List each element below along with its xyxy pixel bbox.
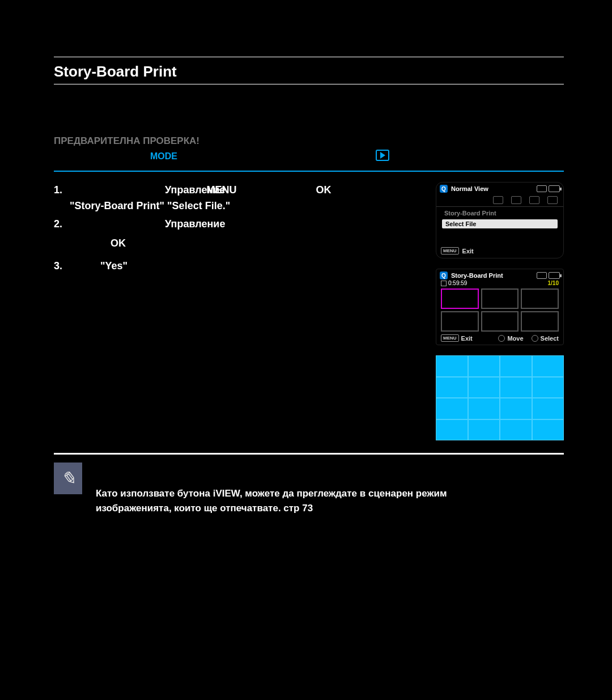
time-value: 0:59:59: [448, 280, 467, 286]
screen2-title: Story-Board Print: [451, 272, 503, 279]
select-label: Select: [541, 335, 559, 342]
battery-icon: [549, 185, 560, 192]
screen1-item: Story-Board Print: [442, 209, 558, 217]
note-icon: ✎: [54, 463, 82, 494]
thumb-cell: [481, 311, 519, 332]
menu-badge-icon: Q: [440, 185, 448, 193]
rule-bottom: [54, 453, 564, 455]
toolbar-icon-4: [547, 196, 558, 204]
step-1-ok: OK: [316, 184, 331, 196]
screenshot-blue-grid: [436, 355, 564, 440]
step-2-num: 2.: [54, 216, 69, 232]
thumb-cell: [481, 289, 519, 309]
toolbar-icon-1: [493, 196, 503, 204]
note-text: Като използвате бутона iVIEW, можете да …: [96, 463, 481, 516]
thumb-cell: [521, 311, 559, 332]
menu-badge-icon: Q: [440, 271, 448, 279]
section-title: Story-Board Print: [54, 63, 564, 80]
rule-top: [54, 57, 564, 57]
screenshot-normal-view: Q Normal View Story-Board Print Select F…: [436, 182, 564, 258]
card-icon: [537, 185, 547, 192]
rule-blue: [54, 171, 564, 172]
step-3-yes: "Yes": [100, 260, 128, 271]
playback-mode-icon: [376, 150, 389, 161]
screen1-title: Normal View: [451, 185, 488, 192]
step-1-menu: MENU: [206, 184, 236, 196]
toolbar-icon-2: [511, 196, 521, 204]
battery-icon: [549, 272, 560, 279]
step-2: 2. Управление OK: [54, 216, 421, 251]
screen2-thumbnail-grid: [436, 289, 563, 333]
mode-label: MODE: [150, 151, 177, 162]
card-icon: [537, 272, 547, 279]
thumb-cell: [521, 289, 559, 309]
step-3: 3. "Yes": [54, 258, 421, 274]
step-1: 1. Управление MENU OK "Story-Board Print…: [54, 182, 421, 214]
step-1-path: "Story-Board Print" "Select File.": [54, 198, 421, 214]
screen1-selected: Select File: [442, 219, 558, 228]
menu-pill: MENU: [441, 247, 459, 254]
menu-pill: MENU: [441, 334, 459, 342]
step-3-num: 3.: [54, 258, 69, 274]
move-label: Move: [507, 335, 523, 342]
precheck-label: ПРЕДВАРИТЕЛНА ПРОВЕРКА!: [54, 135, 564, 147]
ok-icon: [532, 335, 538, 342]
step-2-control: Управление: [165, 218, 225, 230]
screen2-time: 0:59:59: [441, 280, 467, 286]
steps-column: 1. Управление MENU OK "Story-Board Print…: [54, 182, 421, 276]
exit-label: Exit: [461, 335, 473, 342]
step-1-num: 1.: [54, 182, 69, 198]
step-2-ok: OK: [54, 235, 421, 251]
screenshot-storyboard-print: Q Story-Board Print 0:59:59 1/10: [436, 269, 564, 345]
thumb-cell: [441, 311, 479, 332]
thumb-cell-selected: [441, 289, 479, 309]
toolbar-icon-3: [529, 196, 539, 204]
mode-row: MODE: [54, 151, 564, 167]
time-box-icon: [441, 281, 447, 286]
screen2-page: 1/10: [548, 280, 559, 286]
nav-icon: [498, 335, 505, 342]
exit-label: Exit: [462, 248, 474, 254]
